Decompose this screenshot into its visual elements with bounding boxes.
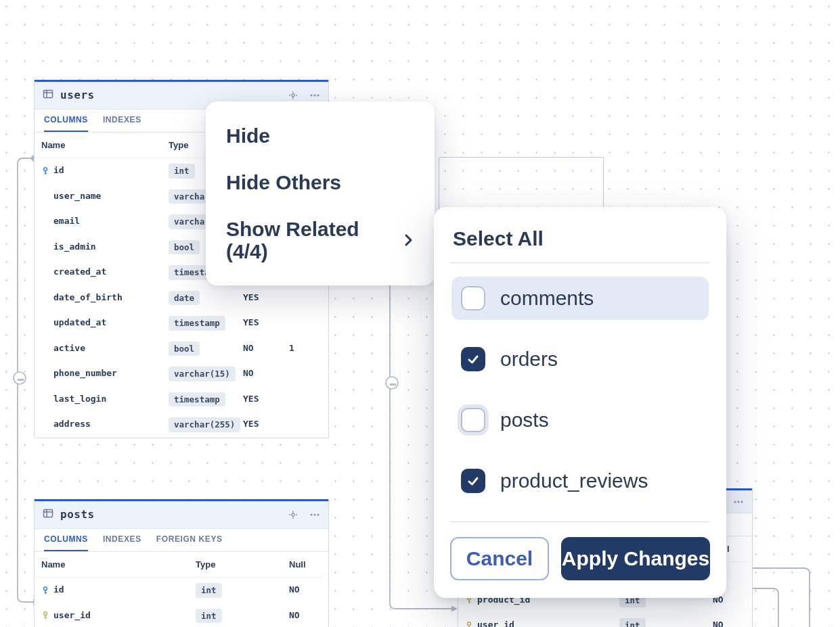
key-icon bbox=[465, 622, 473, 627]
checkbox-checked-icon[interactable] bbox=[461, 469, 485, 493]
svg-point-24 bbox=[317, 513, 319, 515]
table-cell-null: YES bbox=[236, 387, 282, 413]
checkbox-unchecked-icon[interactable] bbox=[461, 286, 485, 310]
svg-rect-27 bbox=[45, 592, 47, 593]
table-cell-name: is_admin bbox=[35, 235, 162, 260]
table-cell-null: NO bbox=[282, 578, 323, 603]
table-cell-name: email bbox=[35, 209, 162, 235]
svg-point-41 bbox=[468, 622, 471, 626]
table-cell-null: YES bbox=[236, 412, 282, 438]
svg-text:…: … bbox=[18, 374, 24, 381]
select-all-label: Select All bbox=[453, 227, 544, 250]
svg-point-23 bbox=[313, 513, 315, 515]
key-icon bbox=[41, 167, 49, 175]
table-header[interactable]: posts bbox=[35, 501, 328, 529]
key-icon bbox=[41, 586, 49, 595]
tab-columns[interactable]: COLUMNS bbox=[44, 535, 88, 551]
table-cell-default bbox=[282, 310, 323, 336]
col-header-null: Null bbox=[282, 552, 323, 578]
table-cell-name: active bbox=[35, 336, 162, 362]
chevron-right-icon bbox=[403, 231, 414, 249]
checkbox-unchecked-icon[interactable] bbox=[461, 408, 485, 432]
tab-foreign-keys[interactable]: FOREIGN KEYS bbox=[156, 535, 223, 551]
col-header-name: Name bbox=[35, 133, 162, 158]
table-cell-type: timestamp bbox=[162, 310, 236, 336]
menu-hide[interactable]: Hide bbox=[211, 112, 429, 159]
related-option[interactable]: posts bbox=[451, 398, 709, 442]
apply-label: Apply Changes bbox=[562, 549, 709, 569]
related-option[interactable]: orders bbox=[451, 338, 709, 381]
table-cell-type: int bbox=[613, 613, 706, 627]
svg-rect-17 bbox=[45, 172, 47, 173]
svg-point-13 bbox=[313, 94, 315, 96]
auto-layout-icon[interactable] bbox=[288, 509, 299, 520]
auto-layout-icon[interactable] bbox=[288, 90, 299, 101]
table-cell-name: date_of_birth bbox=[35, 285, 162, 311]
related-option-label: orders bbox=[500, 349, 558, 369]
col-header-type: Type bbox=[189, 552, 282, 578]
apply-button[interactable]: Apply Changes bbox=[561, 537, 710, 580]
table-card-posts[interactable]: posts COLUMNS INDEXES FOREIGN KEYS Name … bbox=[34, 499, 329, 627]
table-cell-default bbox=[282, 361, 323, 387]
table-cell-null: YES bbox=[236, 310, 282, 336]
menu-hide-others[interactable]: Hide Others bbox=[211, 159, 429, 206]
menu-show-related[interactable]: Show Related (4/4) bbox=[211, 206, 429, 275]
related-option[interactable]: comments bbox=[451, 277, 709, 320]
key-icon bbox=[41, 611, 49, 620]
table-cell-name: address bbox=[35, 412, 162, 438]
table-cell-type: date bbox=[162, 285, 236, 311]
svg-point-12 bbox=[310, 94, 312, 96]
svg-point-34 bbox=[740, 501, 743, 503]
table-cell-name: phone_number bbox=[35, 361, 162, 387]
tab-indexes[interactable]: INDEXES bbox=[103, 535, 141, 551]
table-cell-name: user_id bbox=[35, 603, 189, 628]
svg-point-11 bbox=[292, 94, 294, 97]
table-cell-default bbox=[282, 387, 323, 413]
related-option-label: posts bbox=[500, 410, 549, 430]
table-cell-null: NO bbox=[236, 361, 282, 387]
menu-show-related-label: Show Related (4/4) bbox=[226, 218, 403, 262]
related-tables-popup: Select All commentsorderspostsproduct_re… bbox=[434, 207, 726, 598]
tab-indexes[interactable]: INDEXES bbox=[103, 116, 141, 132]
svg-point-22 bbox=[310, 513, 312, 515]
more-icon[interactable] bbox=[309, 509, 320, 520]
table-cell-null: NO bbox=[236, 336, 282, 362]
select-all-button[interactable]: Select All bbox=[450, 223, 710, 262]
svg-rect-18 bbox=[44, 510, 53, 517]
table-cell-default: 1 bbox=[282, 336, 323, 362]
table-icon bbox=[43, 89, 53, 102]
table-cell-name: user_id bbox=[458, 613, 613, 627]
related-option-label: product_reviews bbox=[500, 471, 648, 491]
svg-rect-26 bbox=[45, 590, 46, 594]
canvas[interactable]: … … users COLUMN bbox=[0, 0, 840, 627]
table-title: users bbox=[60, 90, 95, 101]
table-cell-name: id bbox=[35, 578, 189, 603]
svg-rect-8 bbox=[44, 91, 53, 98]
svg-rect-16 bbox=[45, 170, 46, 175]
tab-columns[interactable]: COLUMNS bbox=[44, 116, 88, 132]
table-icon bbox=[43, 508, 53, 521]
table-cell-name: updated_at bbox=[35, 310, 162, 336]
svg-marker-7 bbox=[452, 607, 456, 611]
svg-point-14 bbox=[317, 94, 319, 96]
checkbox-checked-icon[interactable] bbox=[461, 347, 485, 371]
svg-point-15 bbox=[44, 168, 47, 171]
cancel-label: Cancel bbox=[466, 549, 533, 569]
svg-rect-40 bbox=[468, 602, 470, 603]
table-cell-name: last_login bbox=[35, 387, 162, 413]
svg-point-21 bbox=[292, 513, 294, 516]
table-cell-name: id bbox=[35, 158, 162, 184]
table-cell-null: NO bbox=[706, 613, 747, 627]
columns-grid: Name Type Null idintNOuser_idintNOtitlev… bbox=[35, 552, 328, 627]
cancel-button[interactable]: Cancel bbox=[450, 537, 549, 580]
related-option[interactable]: product_reviews bbox=[451, 459, 709, 503]
svg-point-33 bbox=[737, 501, 739, 503]
related-option-label: comments bbox=[500, 288, 594, 308]
svg-rect-30 bbox=[45, 618, 47, 618]
menu-hide-others-label: Hide Others bbox=[226, 171, 341, 193]
table-cell-type: timestamp bbox=[162, 387, 236, 413]
more-icon[interactable] bbox=[309, 90, 320, 101]
table-tabs: COLUMNS INDEXES FOREIGN KEYS bbox=[35, 529, 328, 552]
more-icon[interactable] bbox=[733, 496, 744, 507]
divider bbox=[450, 262, 710, 263]
